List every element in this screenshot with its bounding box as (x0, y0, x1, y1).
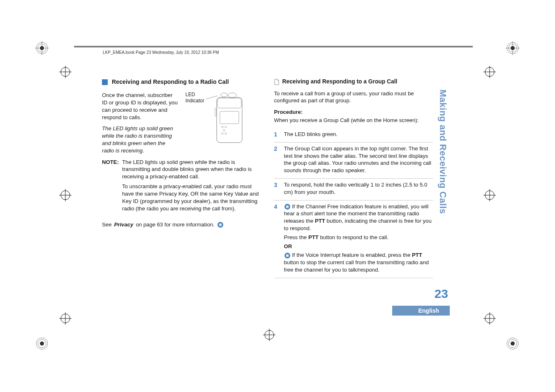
note-text: The LED lights up solid green while the … (122, 159, 261, 180)
svg-point-43 (222, 126, 223, 128)
cross-mark-icon (59, 66, 72, 78)
language-bar: English (392, 306, 450, 316)
svg-point-46 (222, 133, 223, 134)
see-reference: See Privacy on page 63 for more informat… (102, 221, 261, 228)
info-badge-icon (284, 203, 291, 210)
language-label: English (418, 307, 439, 314)
svg-rect-52 (286, 205, 289, 208)
svg-rect-50 (219, 224, 222, 226)
cross-mark-icon (59, 312, 72, 325)
subsection-title: Receiving and Responding to a Group Call (282, 78, 398, 86)
svg-rect-40 (217, 97, 242, 143)
svg-point-33 (40, 341, 44, 346)
svg-point-45 (223, 129, 225, 131)
procedure-intro: When you receive a Group Call (while on … (274, 117, 433, 124)
step-number: 4 (274, 203, 279, 275)
cross-mark-icon (263, 329, 275, 341)
right-column: Receiving and Responding to a Group Call… (274, 78, 433, 278)
section-bullet-icon (102, 79, 108, 85)
step-item: 4 If the Channel Free Indication feature… (274, 201, 433, 278)
svg-line-37 (206, 96, 217, 99)
step-item: 2 The Group Call icon appears in the top… (274, 143, 433, 179)
svg-point-38 (221, 93, 227, 97)
section-tab: Making and Receiving Calls (437, 90, 448, 214)
step-number: 3 (274, 181, 279, 198)
intro-paragraph: Once the channel, subscriber ID or group… (102, 92, 178, 121)
header-rule (74, 46, 473, 47)
intro-paragraph: To receive a call from a group of users,… (274, 90, 433, 105)
svg-point-44 (225, 126, 227, 128)
svg-rect-48 (215, 108, 217, 116)
procedure-label: Procedure: (274, 108, 433, 116)
step-number: 1 (274, 131, 279, 140)
info-badge-icon (217, 221, 224, 228)
figure-label: LED Indicator (185, 92, 204, 154)
page-number: 23 (435, 287, 448, 301)
document-icon (274, 79, 279, 85)
info-badge-icon (284, 252, 291, 259)
note-label: NOTE: (102, 159, 119, 215)
cross-ref-link[interactable]: Privacy (114, 221, 133, 228)
cross-mark-icon (483, 312, 496, 325)
section-title: Receiving and Responding to a Radio Call (112, 78, 229, 86)
led-note: The LED lights up solid green while the … (102, 125, 178, 154)
step-item: 3 To respond, hold the radio vertically … (274, 179, 433, 201)
left-column: Receiving and Responding to a Radio Call… (102, 78, 261, 278)
svg-point-39 (228, 93, 236, 98)
svg-rect-41 (217, 98, 241, 108)
header-text: LKP_EMEA.book Page 23 Wednesday, July 18… (103, 50, 219, 55)
crop-mark-icon (35, 41, 49, 55)
step-number: 2 (274, 145, 279, 176)
svg-point-47 (225, 133, 227, 134)
svg-rect-42 (220, 111, 239, 124)
crop-mark-icon (506, 41, 520, 55)
cross-mark-icon (483, 189, 496, 201)
radio-illustration (206, 92, 251, 145)
svg-rect-54 (286, 254, 289, 257)
step-item: 1 The LED blinks green. (274, 128, 433, 143)
cross-mark-icon (483, 66, 496, 78)
note-text: To unscramble a privacy-enabled call, yo… (122, 183, 261, 212)
crop-mark-icon (506, 337, 520, 351)
cross-mark-icon (59, 189, 72, 201)
svg-point-36 (511, 341, 515, 346)
crop-mark-icon (35, 337, 49, 351)
